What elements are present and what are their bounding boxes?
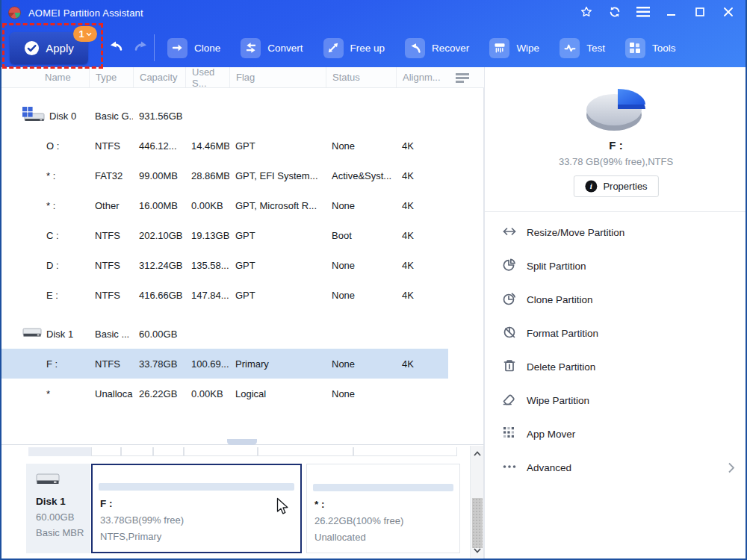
action-label: Split Partition <box>527 261 586 272</box>
column-header-status[interactable]: Status <box>326 67 396 87</box>
disk-row[interactable]: Disk 0Basic G...931.56GB <box>0 101 448 131</box>
column-header-capacity[interactable]: Capacity <box>133 67 185 87</box>
partition-row[interactable]: * :Other16.00MB0.00KBGPT, Microsoft R...… <box>0 190 448 220</box>
cell-capacity: 16.00MB <box>133 200 185 211</box>
cell-name: Disk 0 <box>0 107 89 125</box>
top-chrome: AOMEI Partition Assistant Apply 1 <box>0 0 747 67</box>
partition-box-unallocated[interactable]: * : 26.22GB(100% free) Unallocated <box>306 464 460 553</box>
column-header-align[interactable]: Alignm... <box>396 67 448 87</box>
cell-used: 14.46MB <box>185 140 229 152</box>
resize-icon <box>501 223 518 242</box>
update-button[interactable] <box>601 0 629 25</box>
disk1-map-row: Disk 1 60.00GB Basic MBR F : 33.78GB(99%… <box>0 464 484 553</box>
column-header-type[interactable]: Type <box>89 67 133 87</box>
cell-name: D : <box>0 260 89 271</box>
column-header-flag[interactable]: Flag <box>229 67 326 87</box>
action-label: App Mover <box>527 429 575 440</box>
action-format[interactable]: Format Partition <box>485 317 747 350</box>
disk-row[interactable]: Disk 1Basic ...60.00GB <box>0 319 448 349</box>
partition-box-clipped <box>91 447 121 456</box>
cell-name: Disk 1 <box>0 327 89 341</box>
cell-name-text: * <box>46 388 50 399</box>
scroll-up-button[interactable] <box>471 448 484 458</box>
chevron-down-icon <box>86 32 92 37</box>
partition-table-panel: NameTypeCapacityUsed S...FlagStatusAlign… <box>0 67 484 444</box>
minimize-button[interactable] <box>657 0 686 25</box>
menu-button[interactable] <box>629 0 657 25</box>
cell-flag: GPT <box>229 260 326 271</box>
action-split[interactable]: Split Partition <box>485 249 747 283</box>
partition-row[interactable]: *Unalloca...26.22GB0.00KBLogicalNone <box>0 379 448 408</box>
redo-button[interactable] <box>131 37 152 57</box>
cell-flag: GPT, EFI System... <box>229 170 326 181</box>
favorite-button[interactable] <box>572 0 601 25</box>
toolbar-button-recover[interactable]: Recover <box>405 33 469 63</box>
panel-splitter-handle[interactable] <box>227 439 257 445</box>
wipe-icon <box>489 38 509 58</box>
disk-system-icon <box>22 107 45 125</box>
cell-name-text: E : <box>46 290 58 301</box>
toolbar-button-convert[interactable]: Convert <box>241 33 303 63</box>
toolbar-button-wipe[interactable]: Wipe <box>489 33 539 63</box>
cell-capacity: 312.24GB <box>133 260 185 271</box>
partition-row[interactable]: C :NTFS202.10GB19.13GBGPTBoot4K <box>0 220 448 250</box>
cell-name-text: C : <box>46 230 59 241</box>
titlebar: AOMEI Partition Assistant <box>0 0 747 25</box>
column-options-button[interactable] <box>455 72 470 85</box>
cell-status: Boot <box>326 230 396 241</box>
properties-button[interactable]: i Properties <box>573 175 658 197</box>
action-wipe[interactable]: Wipe Partition <box>485 384 747 417</box>
column-header-used[interactable]: Used S... <box>185 67 229 87</box>
maximize-button[interactable] <box>686 0 714 25</box>
split-icon <box>501 257 518 276</box>
column-header-name[interactable]: Name <box>0 67 89 87</box>
info-icon: i <box>584 180 597 193</box>
partition-row[interactable]: F :NTFS33.78GB100.69...PrimaryNone4K <box>0 349 448 379</box>
cell-type: Basic G... <box>89 111 133 122</box>
toolbar-button-freeup[interactable]: Free up <box>323 33 385 63</box>
partition-row[interactable]: * :FAT3299.00MB28.86MBGPT, EFI System...… <box>0 161 448 190</box>
partition-row[interactable]: O :NTFS446.12...14.46MBGPTNone4K <box>0 131 448 161</box>
action-appmover[interactable]: App Mover <box>485 417 747 451</box>
cell-align: 4K <box>396 170 448 181</box>
disk1-info-block[interactable]: Disk 1 60.00GB Basic MBR <box>26 464 90 553</box>
cell-capacity: 931.56GB <box>133 111 185 122</box>
action-label: Clone Partition <box>527 294 593 305</box>
disk-info-clipped <box>28 447 91 456</box>
action-label: Format Partition <box>527 328 598 339</box>
toolbar-button-tools[interactable]: Tools <box>625 33 676 63</box>
cell-name-text: O : <box>46 140 59 152</box>
close-button[interactable] <box>714 0 743 25</box>
action-advanced[interactable]: Advanced <box>485 451 747 485</box>
toolbar-button-test[interactable]: Test <box>560 33 605 63</box>
partition-row[interactable]: E :NTFS416.66GB147.84...GPTNone4K <box>0 280 448 310</box>
cell-capacity: 26.22GB <box>133 388 185 399</box>
action-resize[interactable]: Resize/Move Partition <box>485 216 747 249</box>
table-header: NameTypeCapacityUsed S...FlagStatusAlign… <box>0 67 484 88</box>
pending-operations-badge[interactable]: 1 <box>73 26 97 42</box>
disk-plain-icon <box>22 327 42 341</box>
action-clone[interactable]: Clone Partition <box>485 283 747 317</box>
properties-label: Properties <box>603 181 647 192</box>
undo-button[interactable] <box>105 37 126 57</box>
cell-capacity: 99.00MB <box>133 170 185 181</box>
toolbar-button-clone[interactable]: Clone <box>167 33 220 63</box>
chevron-right-icon <box>728 462 735 476</box>
partition-box-f[interactable]: F : 33.78GB(99% free) NTFS,Primary <box>91 464 302 553</box>
close-icon <box>724 7 733 19</box>
cell-type: NTFS <box>89 140 133 152</box>
scroll-down-button[interactable] <box>471 545 484 556</box>
usage-bar <box>99 483 294 491</box>
action-delete[interactable]: Delete Partition <box>485 350 747 384</box>
partition-row[interactable]: D :NTFS312.24GB135.58...GPTNone4K <box>0 250 448 280</box>
star-icon <box>580 5 593 21</box>
clone-icon <box>501 290 518 309</box>
cell-used: 0.00KB <box>185 200 229 211</box>
delete-icon <box>501 358 518 376</box>
cell-status: None <box>326 290 396 301</box>
cell-status: None <box>326 140 396 152</box>
recover-icon <box>405 38 425 58</box>
partition-pie-chart <box>574 79 658 136</box>
scrollbar-thumb[interactable] <box>472 498 483 548</box>
vertical-scrollbar[interactable] <box>470 446 483 558</box>
